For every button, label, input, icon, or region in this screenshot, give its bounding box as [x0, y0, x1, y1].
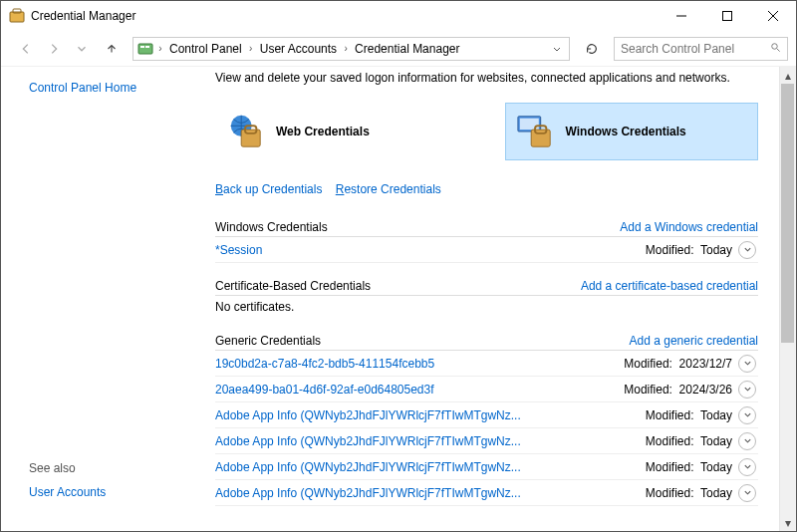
breadcrumb-item[interactable]: Credential Manager — [353, 42, 461, 56]
content: View and delete your saved logon informa… — [195, 67, 778, 506]
expand-button[interactable] — [738, 484, 756, 502]
credential-modified: Modified: Today — [646, 486, 738, 500]
expand-button[interactable] — [738, 458, 756, 476]
nav-up-button[interactable] — [101, 38, 123, 60]
scrollbar[interactable]: ▴ ▾ — [779, 67, 796, 531]
credential-modified: Modified: Today — [646, 434, 738, 448]
svg-rect-3 — [723, 12, 732, 21]
credential-name[interactable]: Adobe App Info (QWNyb2JhdFJlYWRlcjF7fTIw… — [215, 486, 521, 500]
credential-row[interactable]: Adobe App Info (QWNyb2JhdFJlYWRlcjF7fTIw… — [215, 428, 758, 454]
section-windows-credentials: Windows Credentials Add a Windows creden… — [215, 220, 758, 263]
search-input[interactable] — [621, 42, 770, 56]
restore-credentials-link[interactable]: Restore Credentials — [336, 182, 441, 196]
nav-recent-button[interactable] — [71, 38, 93, 60]
credential-modified: Modified: Today — [646, 243, 738, 257]
link-text: estore Credentials — [344, 182, 440, 196]
credential-modified: Modified: 2023/12/7 — [624, 357, 738, 371]
add-generic-credential-link[interactable]: Add a generic credential — [630, 334, 758, 348]
close-button[interactable] — [750, 1, 796, 31]
page-subtitle: View and delete your saved logon informa… — [215, 71, 758, 85]
section-header: Windows Credentials Add a Windows creden… — [215, 220, 758, 237]
add-windows-credential-link[interactable]: Add a Windows credential — [620, 220, 758, 234]
breadcrumb-item[interactable]: User Accounts — [258, 42, 339, 56]
credential-name[interactable]: *Session — [215, 243, 262, 257]
add-certificate-credential-link[interactable]: Add a certificate-based credential — [581, 279, 758, 293]
svg-line-10 — [777, 48, 780, 51]
svg-point-9 — [772, 43, 778, 49]
window: Credential Manager › Control Panel › Use… — [0, 0, 797, 532]
svg-rect-7 — [140, 46, 144, 48]
section-title: Windows Credentials — [215, 220, 328, 234]
expand-button[interactable] — [738, 381, 756, 399]
maximize-button[interactable] — [704, 1, 750, 31]
window-title: Credential Manager — [31, 9, 135, 23]
section-title: Certificate-Based Credentials — [215, 279, 371, 293]
tab-web-credentials[interactable]: Web Credentials — [215, 103, 469, 160]
section-empty-text: No certificates. — [215, 296, 758, 318]
section-certificate-credentials: Certificate-Based Credentials Add a cert… — [215, 279, 758, 318]
svg-rect-12 — [241, 130, 260, 146]
backup-credentials-link[interactable]: Back up Credentials — [215, 182, 322, 196]
see-also: See also User Accounts — [29, 461, 185, 521]
section-header: Generic Credentials Add a generic creden… — [215, 334, 758, 351]
credential-row[interactable]: Adobe App Info (QWNyb2JhdFJlYWRlcjF7fTIw… — [215, 454, 758, 480]
credential-modified: Modified: Today — [646, 408, 738, 422]
svg-rect-16 — [531, 130, 550, 146]
expand-button[interactable] — [738, 432, 756, 450]
credential-row[interactable]: Adobe App Info (QWNyb2JhdFJlYWRlcjF7fTIw… — [215, 402, 758, 428]
toolbar: › Control Panel › User Accounts › Creden… — [1, 31, 796, 67]
credential-row[interactable]: Adobe App Info (QWNyb2JhdFJlYWRlcjF7fTIw… — [215, 480, 758, 506]
refresh-button[interactable] — [580, 37, 604, 61]
credential-name[interactable]: 19c0bd2a-c7a8-4fc2-bdb5-411154fcebb5 — [215, 357, 434, 371]
expand-button[interactable] — [738, 355, 756, 373]
minimize-button[interactable] — [659, 1, 704, 31]
chevron-right-icon[interactable]: › — [155, 43, 165, 54]
breadcrumb-dropdown-button[interactable] — [549, 44, 565, 54]
tab-label: Web Credentials — [276, 125, 370, 138]
svg-rect-6 — [138, 44, 152, 54]
credential-type-tabs: Web Credentials Windows Credentials — [215, 103, 758, 160]
credential-row[interactable]: 19c0bd2a-c7a8-4fc2-bdb5-411154fcebb5Modi… — [215, 351, 758, 377]
main: ▴ ▾ View and delete your saved logon inf… — [195, 67, 796, 531]
sidebar-home-link[interactable]: Control Panel Home — [29, 81, 185, 95]
expand-button[interactable] — [738, 406, 756, 424]
breadcrumb-item[interactable]: Control Panel — [167, 42, 244, 56]
monitor-safe-icon — [516, 113, 554, 150]
svg-rect-8 — [145, 46, 149, 48]
credential-modified: Modified: Today — [646, 460, 738, 474]
globe-safe-icon — [226, 113, 264, 150]
credential-row[interactable]: *Session Modified: Today — [215, 237, 758, 263]
credential-name[interactable]: Adobe App Info (QWNyb2JhdFJlYWRlcjF7fTIw… — [215, 408, 521, 422]
link-text: ack up Credentials — [223, 182, 322, 196]
credential-name[interactable]: 20aea499-ba01-4d6f-92af-e0d64805ed3f — [215, 383, 434, 397]
expand-button[interactable] — [738, 241, 756, 259]
sidebar: Control Panel Home See also User Account… — [1, 67, 195, 531]
chevron-right-icon[interactable]: › — [246, 43, 256, 54]
section-header: Certificate-Based Credentials Add a cert… — [215, 279, 758, 296]
chevron-right-icon[interactable]: › — [341, 43, 351, 54]
nav-forward-button[interactable] — [43, 38, 65, 60]
credential-row[interactable]: 20aea499-ba01-4d6f-92af-e0d64805ed3fModi… — [215, 377, 758, 402]
search-box[interactable] — [614, 37, 788, 61]
breadcrumb[interactable]: › Control Panel › User Accounts › Creden… — [133, 37, 570, 61]
backup-links: Back up Credentials Restore Credentials — [215, 182, 758, 196]
see-also-header: See also — [29, 461, 185, 475]
tab-label: Windows Credentials — [566, 125, 686, 138]
sidebar-user-accounts-link[interactable]: User Accounts — [29, 485, 185, 499]
scrollbar-thumb[interactable] — [781, 84, 794, 343]
window-controls — [659, 1, 796, 31]
credential-name[interactable]: Adobe App Info (QWNyb2JhdFJlYWRlcjF7fTIw… — [215, 434, 521, 448]
section-title: Generic Credentials — [215, 334, 321, 348]
body: Control Panel Home See also User Account… — [1, 67, 796, 531]
section-generic-credentials: Generic Credentials Add a generic creden… — [215, 334, 758, 506]
credential-name[interactable]: Adobe App Info (QWNyb2JhdFJlYWRlcjF7fTIw… — [215, 460, 521, 474]
credential-manager-icon — [9, 8, 25, 24]
nav-back-button[interactable] — [15, 38, 37, 60]
scroll-up-icon[interactable]: ▴ — [779, 67, 796, 84]
control-panel-icon — [137, 41, 153, 57]
tab-windows-credentials[interactable]: Windows Credentials — [505, 103, 759, 160]
titlebar: Credential Manager — [1, 1, 796, 31]
search-icon[interactable] — [770, 42, 781, 56]
scroll-down-icon[interactable]: ▾ — [779, 514, 796, 531]
credential-modified: Modified: 2024/3/26 — [624, 383, 738, 397]
